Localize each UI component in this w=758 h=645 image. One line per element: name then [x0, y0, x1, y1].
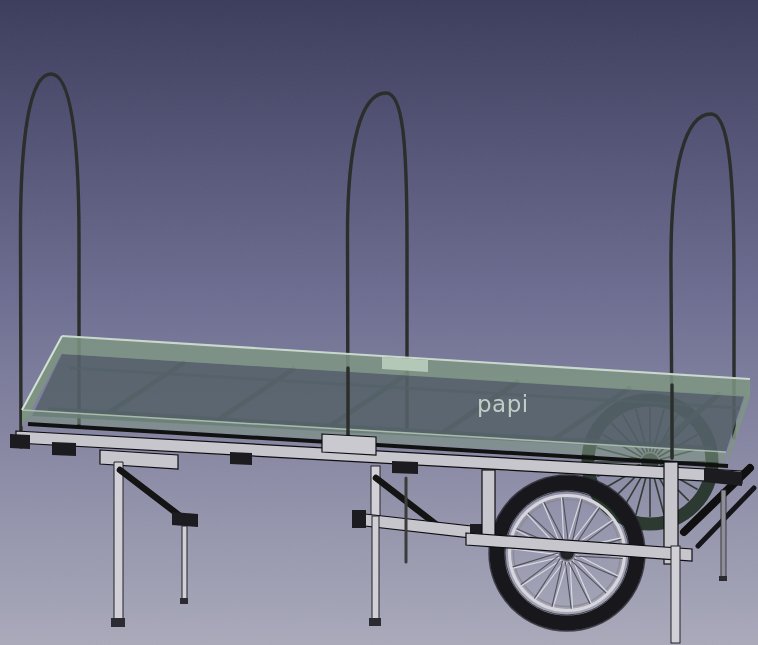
cad-model-render	[0, 0, 758, 645]
bow-socket-plate	[322, 434, 376, 455]
stand-post-middle	[371, 466, 380, 516]
stand-foot-middle	[369, 618, 381, 626]
viewport-watermark: papi	[477, 391, 529, 417]
stand-foot-left	[111, 618, 125, 627]
stand-leg-middle	[372, 516, 379, 620]
stand-leg-left	[114, 462, 123, 620]
bow-stub-rear	[721, 490, 726, 578]
stand-leg-rear	[671, 546, 680, 643]
axle-post-left	[482, 470, 495, 542]
3d-viewport[interactable]: papi	[0, 0, 758, 645]
